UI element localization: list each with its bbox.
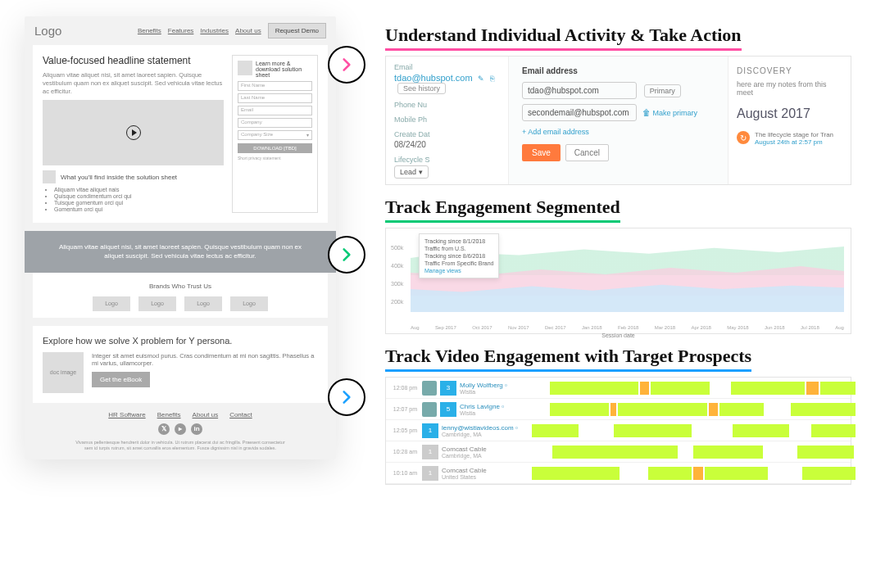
lifecycle-event-icon: ↻ (737, 131, 750, 144)
explore-copy: Integer sit amet euismod purus. Cras con… (92, 352, 318, 367)
lifecycle-label: Lifecycle S (394, 156, 500, 164)
arrow-green-icon (328, 236, 365, 274)
email-value: tdao@hubspot.com (394, 73, 473, 83)
discovery-notes: here are my notes from this meet (737, 80, 842, 97)
primary-tag: Primary (644, 84, 681, 97)
nav-benefits[interactable]: Benefits (138, 27, 161, 34)
row-time: 10:28 am (386, 449, 422, 455)
wf-nav: Benefits Features Industries About us Re… (138, 23, 326, 38)
discovery-label: DISCOVERY (737, 66, 842, 75)
engagement-chart-mock: Tracking since 8/1/2018 Traffic from U.S… (385, 228, 851, 334)
heatmap-row: 10:28 am1Comcast CableCambridge, MA (386, 441, 851, 463)
play-count: 3 (440, 381, 456, 396)
viewer-info[interactable]: lenny@wistiavideos.com ▫Cambridge, MA (442, 424, 532, 437)
explore-section: Explore how we solve X problem for Y per… (33, 326, 328, 403)
trust-section: Brands Who Trust Us Logo Logo Logo Logo (33, 273, 328, 318)
y-axis: 500k 400k 300k 200k (391, 245, 403, 317)
avatar (422, 402, 437, 417)
viewer-info[interactable]: Molly Wolfberg ▫Wistia (460, 382, 550, 395)
viewer-info[interactable]: Comcast CableCambridge, MA (442, 446, 532, 459)
play-count: 5 (440, 402, 456, 417)
linkedin-icon[interactable]: in (191, 423, 202, 435)
bullet: Tuisque gomentum orci qui (54, 200, 224, 206)
hero-bullets: Aliquam vitae aliquet nais Quisque condi… (43, 183, 224, 212)
email-input-2[interactable]: secondemail@hubspot.com (522, 104, 637, 121)
heatmap-row: 12:05 pm1lenny@wistiavideos.com ▫Cambrid… (386, 420, 851, 441)
footer-link[interactable]: Benefits (157, 411, 181, 418)
lifecycle-dropdown[interactable]: Lead ▾ (394, 165, 429, 179)
avatar (422, 381, 437, 396)
download-button[interactable]: DOWNLOAD [TBD] (238, 143, 312, 153)
make-primary-link[interactable]: Make primary (653, 109, 698, 117)
testimonial-band: Aliquam vitae aliquet nisi, sit amet lao… (25, 231, 336, 272)
find-inside-text: What you'll find inside the solution she… (61, 174, 177, 181)
viewer-info[interactable]: Comcast CableUnited States (442, 467, 532, 480)
brand-logo: Logo (230, 296, 268, 311)
popup-label: Email address (522, 66, 715, 75)
form-title: Learn more & download solution sheet (256, 61, 312, 78)
email-field[interactable]: Email (238, 106, 312, 115)
row-time: 12:07 pm (386, 406, 422, 412)
event-time: August 24th at 2:57 pm (755, 138, 833, 146)
arrow-pink-icon (328, 46, 365, 84)
footer-link[interactable]: About us (193, 411, 219, 418)
legal-text: Vivamus pellentesque hendrerit dolor in … (74, 440, 287, 451)
get-ebook-button[interactable]: Get the eBook (92, 372, 150, 387)
edit-icon[interactable]: ✎ (478, 75, 484, 83)
heatmap-row: 10:10 am1Comcast CableUnited States (386, 463, 851, 484)
footer-link[interactable]: HR Software (108, 411, 145, 418)
form-thumb (238, 61, 252, 75)
wf-hero: Value-focused headline statement Aliquam… (33, 45, 328, 223)
email-input-1[interactable]: tdao@hubspot.com (522, 82, 637, 99)
nav-about[interactable]: About us (235, 27, 261, 34)
landing-page-wireframe: Logo Benefits Features Industries About … (25, 16, 336, 459)
find-inside-row: What you'll find inside the solution she… (43, 170, 224, 183)
email-label: Email (394, 63, 500, 71)
explore-title: Explore how we solve X problem for Y per… (43, 336, 318, 346)
copy-icon[interactable]: ⎘ (490, 75, 494, 83)
wf-logo: Logo (34, 24, 133, 38)
hero-headline: Value-focused headline statement (43, 55, 224, 66)
row-time: 12:08 pm (386, 385, 422, 391)
nav-industries[interactable]: Industries (200, 27, 229, 34)
bullet: Quisque condimentum orci qui (54, 193, 224, 199)
add-email-link[interactable]: + Add email address (522, 128, 715, 136)
x-axis: AugSep 2017Oct 2017 Nov 2017Dec 2017Jan … (411, 325, 844, 330)
trust-title: Brands Who Trust Us (33, 283, 328, 290)
last-name-field[interactable]: Last Name (238, 93, 312, 103)
company-field[interactable]: Company (238, 118, 312, 128)
company-size-select[interactable]: Company Size (238, 130, 312, 140)
download-form: Learn more & download solution sheet Fir… (232, 55, 318, 213)
heatmap-row: 12:08 pm3Molly Wolfberg ▫Wistia (386, 378, 851, 399)
section-title-activity: Understand Individual Activity & Take Ac… (385, 25, 742, 51)
trash-icon[interactable]: 🗑 (642, 108, 651, 117)
heatmap-bar (532, 446, 851, 459)
arrow-blue-icon (328, 378, 365, 416)
chart-popup[interactable]: Tracking since 8/1/2018 Traffic from U.S… (419, 233, 499, 278)
doc-image: doc image (43, 352, 84, 393)
mobile-label: Mobile Ph (394, 115, 500, 124)
brand-logo: Logo (93, 296, 130, 311)
footer-link[interactable]: Contact (229, 411, 252, 418)
crm-activity-mock: Email tdao@hubspot.com ✎ ⎘ See history P… (385, 56, 851, 185)
play-count: 1 (422, 445, 438, 459)
heatmap-bar (532, 424, 851, 437)
first-name-field[interactable]: First Name (238, 81, 312, 91)
row-time: 10:10 am (386, 470, 422, 476)
request-demo-button[interactable]: Request Demo (268, 23, 326, 38)
hero-subcopy: Aliquam vitae aliquet nisi, sit amet lao… (43, 71, 224, 95)
play-count: 1 (422, 423, 438, 438)
viewer-info[interactable]: Chris Lavigne ▫Wistia (460, 403, 550, 416)
save-button[interactable]: Save (522, 144, 561, 161)
youtube-icon[interactable]: ▸ (175, 423, 186, 435)
heatmap-bar (550, 382, 851, 395)
heatmap-bar (550, 403, 851, 416)
heatmap-row: 12:07 pm5Chris Lavigne ▫Wistia (386, 399, 851, 420)
create-date-value: 08/24/20 (394, 140, 500, 149)
twitter-icon[interactable]: 𝕏 (158, 423, 170, 435)
nav-features[interactable]: Features (168, 27, 194, 34)
manage-views-link[interactable]: Manage views (424, 267, 493, 274)
see-history-button[interactable]: See history (397, 83, 446, 94)
cancel-button[interactable]: Cancel (565, 144, 609, 161)
hero-video[interactable] (43, 100, 224, 165)
